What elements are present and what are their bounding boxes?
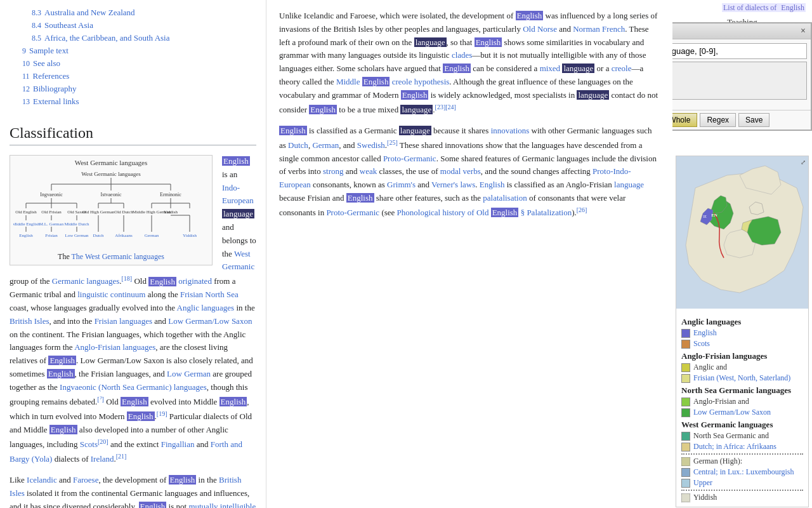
right-panel: List of dialects of English Teaching Qui… bbox=[672, 0, 812, 508]
link-anglo-frisian[interactable]: Anglo-Frisian languages bbox=[74, 342, 155, 352]
toc-number-8-3: 8.3 bbox=[32, 8, 41, 17]
link-ireland[interactable]: Ireland bbox=[91, 454, 114, 464]
link-norman-french[interactable]: Norman French bbox=[573, 24, 625, 34]
link-grimms-law[interactable]: Grimm's bbox=[387, 180, 416, 189]
toc-number-9: 9 bbox=[22, 46, 26, 55]
link-fingallian[interactable]: Fingallian bbox=[161, 439, 195, 449]
highlight-english-4: English bbox=[47, 369, 75, 378]
legend-low-german-link[interactable]: Low German/Low Saxon bbox=[693, 408, 771, 417]
tree-caption-link[interactable]: The West Germanic languages bbox=[72, 252, 164, 261]
svg-text:Erminonic: Erminonic bbox=[160, 192, 181, 197]
toc-item-13[interactable]: 13External links bbox=[10, 95, 256, 108]
frisian-color bbox=[681, 374, 690, 383]
toc-item-8-5[interactable]: 8.5Africa, the Caribbean, and South Asia bbox=[10, 32, 256, 44]
highlight-english-9: English bbox=[169, 475, 197, 485]
link-dutch[interactable]: Dutch bbox=[288, 140, 308, 150]
svg-text:Old High German: Old High German bbox=[82, 210, 115, 215]
toc-number-10: 10 bbox=[22, 59, 30, 68]
link-linguistic-continuum[interactable]: linguistic continuum bbox=[77, 290, 145, 299]
legend-anglo-frisian-and: Anglo-Frisian and bbox=[681, 397, 803, 406]
link-clades[interactable]: clades bbox=[452, 50, 472, 60]
link-indoeuropean[interactable]: Indo-European bbox=[222, 183, 254, 206]
legend-dutch-link[interactable]: Dutch; in Africa: Afrikaans bbox=[693, 442, 776, 451]
link-scots[interactable]: Scots bbox=[80, 439, 98, 449]
link-phonological-history[interactable]: Phonological history of Old English § Pa… bbox=[397, 208, 572, 217]
link-mixed-language[interactable]: mixed bbox=[540, 64, 561, 73]
link-low-german[interactable]: Low German/Low Saxon bbox=[168, 316, 252, 326]
svg-text:Ingvaeonic: Ingvaeonic bbox=[40, 192, 63, 197]
highlight-english-7: English bbox=[127, 411, 155, 421]
legend-upper-link[interactable]: Upper bbox=[693, 478, 712, 488]
link-innovations[interactable]: innovations bbox=[491, 126, 530, 135]
legend-frisian-link[interactable]: Frisian (West, North, Saterland) bbox=[693, 373, 790, 383]
toc-item-10[interactable]: 10See also bbox=[10, 57, 256, 70]
svg-text:Dutch: Dutch bbox=[93, 233, 104, 238]
link-germanic-languages[interactable]: Germanic languages bbox=[52, 277, 119, 286]
link-middle-english-creole[interactable]: Middle English creole hypothesis bbox=[336, 77, 449, 86]
link-english-2[interactable]: English bbox=[480, 180, 505, 189]
svg-text:Low German: Low German bbox=[65, 233, 89, 238]
quickfind-input[interactable] bbox=[672, 43, 807, 59]
link-low-german-2[interactable]: Low German bbox=[167, 369, 211, 378]
link-west-germanic[interactable]: West Germanic bbox=[222, 249, 254, 272]
legend-scots-link[interactable]: Scots bbox=[693, 339, 710, 349]
link-proto-germanic-2[interactable]: Proto-Germanic bbox=[326, 208, 379, 217]
central-color bbox=[681, 468, 690, 477]
quickfind-regex-button[interactable]: Regex bbox=[700, 113, 736, 127]
link-mutually-intelligible[interactable]: mutually intelligible bbox=[188, 502, 256, 508]
quickfind-textarea[interactable] bbox=[672, 62, 807, 100]
link-german[interactable]: German bbox=[312, 140, 339, 150]
quickfind-save-button[interactable]: Save bbox=[738, 113, 769, 127]
svg-text:English: English bbox=[19, 233, 33, 238]
link-language-anglo[interactable]: language bbox=[614, 180, 644, 189]
toc-item-8-3[interactable]: 8.3Australia and New Zealand bbox=[10, 6, 256, 19]
para-2: Like Icelandic and Faroese, the developm… bbox=[10, 474, 256, 508]
toc-label-12: Bibliography bbox=[33, 84, 77, 93]
expand-map-icon[interactable]: ⤢ bbox=[801, 159, 806, 166]
link-faroese[interactable]: Faroese bbox=[73, 475, 98, 485]
toc-item-8-4[interactable]: 8.4Southeast Asia bbox=[10, 19, 256, 32]
anglic-and-label: Anglic and bbox=[693, 363, 727, 372]
link-frisian-languages[interactable]: Frisian languages bbox=[95, 316, 152, 326]
link-verners-law[interactable]: Verner's laws bbox=[431, 180, 475, 189]
highlight-english-6: English bbox=[219, 397, 247, 406]
link-palatalisation[interactable]: palatalisation bbox=[483, 193, 527, 203]
dutch-color bbox=[681, 443, 690, 451]
svg-text:EN: EN bbox=[711, 213, 717, 218]
link-creole[interactable]: creole bbox=[612, 64, 632, 73]
language-legend: Anglic languages English Scots Anglo-Fri… bbox=[676, 311, 808, 507]
link-weak[interactable]: weak bbox=[360, 166, 377, 176]
svg-text:Afrikaans: Afrikaans bbox=[115, 233, 133, 238]
quickfind-close-button[interactable]: × bbox=[801, 26, 806, 36]
quickfind-whole-button[interactable]: Whole bbox=[672, 113, 697, 127]
toc-label-8-3: Australia and New Zealand bbox=[44, 8, 135, 17]
language-map-box: ⤢ bbox=[676, 156, 809, 507]
highlight-english-18: English bbox=[279, 126, 307, 135]
svg-marker-59 bbox=[747, 217, 781, 245]
link-ingvaeonic[interactable]: Ingvaeonic (North Sea Germanic) language… bbox=[60, 382, 207, 392]
link-forth-bargy[interactable]: Forth and Bargy (Yola) bbox=[10, 439, 242, 464]
toc-item-12[interactable]: 12Bibliography bbox=[10, 83, 256, 95]
toc-item-9[interactable]: 9Sample text bbox=[10, 44, 256, 57]
svg-text:Middle English: Middle English bbox=[13, 222, 40, 227]
link-frisian-north-sea[interactable]: Frisian North Sea bbox=[180, 290, 239, 299]
link-british-isles[interactable]: British Isles bbox=[10, 316, 49, 326]
highlight-english-10: English bbox=[139, 502, 167, 508]
tree-box-title: West Germanic languages bbox=[13, 159, 209, 166]
link-proto-germanic[interactable]: Proto-Germanic bbox=[383, 154, 436, 163]
link-anglic-languages[interactable]: Anglic languages bbox=[177, 303, 235, 312]
svg-text:Yiddish: Yiddish bbox=[183, 233, 197, 238]
north-sea-and-label: North Sea Germanic and bbox=[693, 431, 769, 441]
legend-english-link[interactable]: English bbox=[693, 328, 717, 338]
legend-central-link[interactable]: Central; in Lux.: Luxembourgish bbox=[693, 467, 794, 477]
quickfind-buttons: Reset Whole Regex Save bbox=[672, 110, 811, 130]
link-originated[interactable]: originated bbox=[178, 277, 212, 286]
highlight-english-3: English bbox=[48, 356, 76, 365]
highlight-english-16: English bbox=[401, 90, 429, 100]
link-icelandic[interactable]: Icelandic bbox=[27, 475, 57, 485]
toc-item-11[interactable]: 11References bbox=[10, 70, 256, 83]
link-strong[interactable]: strong bbox=[323, 166, 344, 176]
link-modal-verbs[interactable]: modal verbs bbox=[440, 166, 481, 176]
link-old-norse[interactable]: Old Norse bbox=[523, 24, 557, 34]
link-swedish[interactable]: Swedish bbox=[357, 140, 385, 150]
